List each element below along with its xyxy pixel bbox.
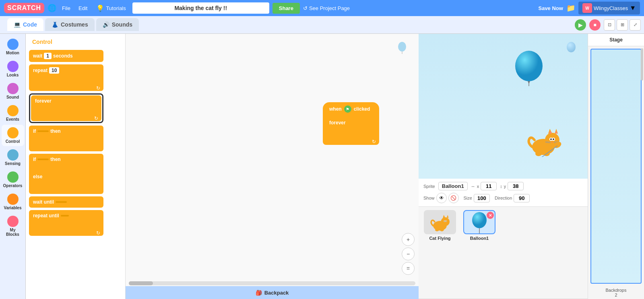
size-value[interactable]: 100 [474,194,490,202]
x-value[interactable]: 11 [481,182,497,190]
sidebar-item-myblocks[interactable]: My Blocks [2,213,24,239]
user-badge[interactable]: W WlingyClasses ▼ [578,2,640,14]
tab-code[interactable]: 💻 Code [7,18,43,31]
username-label: WlingyClasses [594,5,628,11]
dropdown-icon: ▼ [630,4,636,12]
operators-dot [7,171,19,183]
share-button[interactable]: Share [272,3,300,14]
sensing-dot [7,149,19,161]
if-then-block-row: if then [29,126,122,151]
wait-until-block[interactable]: wait until [29,196,103,208]
costumes-icon: 👗 [52,21,58,28]
tab-costumes[interactable]: 👗 Costumes [45,18,95,31]
wait-seconds-label: seconds [53,53,73,59]
zoom-out-button[interactable]: − [402,247,415,260]
balloon-svg [514,50,543,86]
sounds-icon: 🔊 [103,21,109,28]
sprite-thumb-cat[interactable]: Cat Flying [422,210,458,295]
nav-file[interactable]: File [60,5,73,11]
tab-sounds[interactable]: 🔊 Sounds [96,18,139,31]
nav-edit[interactable]: Edit [76,5,90,11]
cat-sprite [523,125,564,159]
stage-canvas [419,34,588,179]
stage-medium-button[interactable]: ⊞ [617,19,628,31]
tutorials-icon: 💡 [96,4,104,12]
sidebar-item-control[interactable]: Control [2,125,24,146]
motion-dot [7,39,19,50]
wait-input[interactable]: 1 [44,53,52,59]
forever-block-bottom: ↻ [31,115,101,121]
scratch-logo[interactable]: SCRATCH [4,3,44,13]
repeat-block-row: repeat 10 ↻ [29,64,122,91]
repeat-until-arrow: ↻ [96,230,100,236]
canvas-forever-label[interactable]: forever [323,116,379,128]
tutorials-button[interactable]: 💡 Tutorials [93,3,129,14]
see-project-button[interactable]: ↺ See Project Page [303,5,350,11]
sidebar-item-sensing[interactable]: Sensing [2,147,24,168]
canvas-scrollbar-thumb[interactable] [129,281,153,285]
sidebar-item-variables[interactable]: Variables [2,191,24,212]
zoom-in-button[interactable]: + [402,233,415,246]
show-visible-button[interactable]: 👁 [436,193,447,203]
stage-button[interactable]: Stage [588,34,644,46]
repeat-until-condition [61,215,69,217]
sidebar-item-sound[interactable]: Sound [2,80,24,102]
zoom-controls: + − = [402,233,415,275]
repeat-block[interactable]: repeat 10 [29,64,103,76]
svg-marker-4 [528,81,530,84]
if-then-block[interactable]: if then [29,126,103,137]
sensing-label: Sensing [5,161,21,166]
folder-icon[interactable]: 📁 [566,4,575,12]
wait-block[interactable]: wait 1 seconds [29,50,103,62]
backpack-icon: 🎒 [256,290,262,296]
stage-small-button[interactable]: ⊡ [604,19,615,31]
wait-until-block-row: wait until [29,196,122,208]
globe-icon[interactable]: 🌐 [47,4,56,12]
blocks-category-title: Control [29,37,122,47]
repeat-arrow: ↻ [96,85,100,91]
stop-button[interactable]: ■ [589,19,601,31]
direction-value[interactable]: 90 [514,194,530,202]
small-balloon-svg [398,42,407,54]
backpack-bar[interactable]: 🎒 Backpack [126,286,419,299]
sidebar-item-operators[interactable]: Operators [2,169,24,190]
if-else-body [29,165,103,172]
when-flag-clicked-block[interactable]: when ⚑ clicked [323,102,379,116]
if-else-block[interactable]: if then [29,154,103,165]
sprite-label: Sprite [423,184,435,189]
direction-label: Direction [495,196,512,200]
repeat-until-block[interactable]: repeat until [29,210,103,221]
show-hidden-button[interactable]: 🚫 [448,193,459,203]
operators-label: Operators [3,184,23,188]
stage-small-balloon [567,42,576,52]
sprite-info-panel: Sprite Balloon1 ↔ x 11 ↕ y 38 Show 👁 🚫 [419,179,588,207]
events-dot [7,105,19,116]
small-balloon [398,42,407,56]
control-dot [7,127,19,138]
delete-sprite-badge[interactable]: ✕ [487,212,494,219]
canvas-scrollbar[interactable] [129,281,415,285]
stage-thumbnail[interactable] [590,49,642,284]
backpack-label: Backpack [264,290,289,296]
project-name-input[interactable] [132,2,269,14]
code-canvas[interactable]: when ⚑ clicked forever ↻ + [126,34,419,299]
sidebar-item-events[interactable]: Events [2,103,24,124]
zoom-center-button[interactable]: = [402,262,415,275]
balloon-sprite [514,50,543,86]
stage-large-button[interactable]: ⤢ [630,19,641,31]
forever-block-selected[interactable]: forever ↻ [29,93,103,123]
green-flag-button[interactable]: ▶ [575,19,586,31]
if-else-block-row: if then else [29,154,122,194]
sidebar-item-looks[interactable]: Looks [2,58,24,80]
save-now-button[interactable]: Save Now [538,5,563,11]
repeat-input[interactable]: 10 [49,67,59,74]
user-avatar: W [582,3,592,13]
forever-block-hat: forever [31,95,101,107]
sprite-name[interactable]: Balloon1 [438,182,468,190]
svg-point-20 [535,151,542,156]
sidebar-item-motion[interactable]: Motion [2,36,24,58]
sprite-thumb-balloon[interactable]: ✕ Balloon1 [461,210,497,295]
canvas-forever-body [323,128,379,138]
y-value[interactable]: 38 [508,182,524,190]
wait-until-condition [56,201,67,203]
